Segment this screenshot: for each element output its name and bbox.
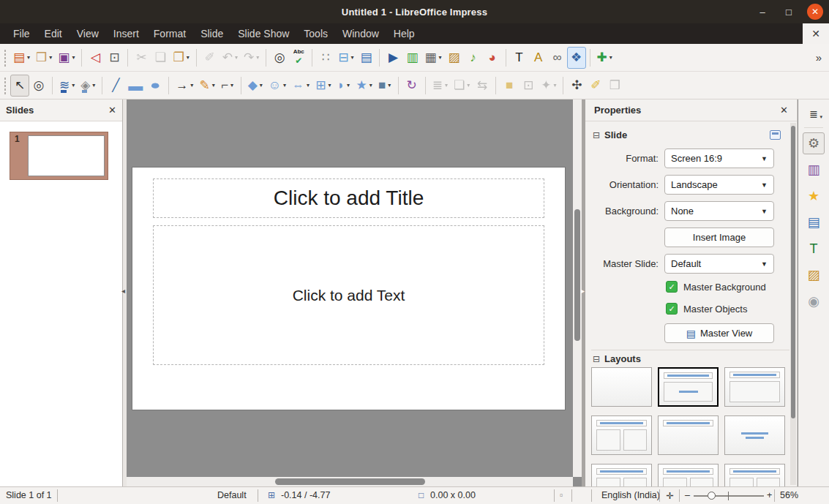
- dropdown-arrow-icon[interactable]: ▾: [235, 54, 238, 61]
- tab-properties-icon[interactable]: ⚙: [803, 132, 825, 154]
- rotate-icon[interactable]: ↻: [402, 75, 421, 97]
- insert-image-icon[interactable]: ▨: [445, 47, 464, 69]
- title-placeholder[interactable]: Click to add Title: [153, 178, 544, 218]
- menu-tools[interactable]: Tools: [296, 25, 335, 42]
- insert-chart-icon[interactable]: ◕: [483, 47, 502, 69]
- dropdown-arrow-icon[interactable]: ▾: [212, 82, 215, 89]
- toolbar-overflow-icon[interactable]: »: [816, 51, 826, 64]
- layout-title-only[interactable]: [658, 415, 719, 455]
- dropdown-arrow-icon[interactable]: ▾: [190, 82, 193, 89]
- tab-animation-icon[interactable]: ★: [803, 185, 825, 207]
- panel-scrollbar-thumb[interactable]: [791, 126, 795, 418]
- new-slide-icon[interactable]: ✚▾: [594, 47, 615, 69]
- dropdown-arrow-icon[interactable]: ▾: [347, 82, 350, 89]
- dropdown-arrow-icon[interactable]: ▾: [609, 54, 612, 61]
- insert-table-icon[interactable]: ▦▾: [421, 47, 444, 69]
- dropdown-arrow-icon[interactable]: ▾: [553, 82, 556, 89]
- find-replace-icon[interactable]: ◎: [270, 47, 289, 69]
- zoom-pan-icon[interactable]: ◎: [29, 75, 48, 97]
- zoom-slider-track[interactable]: [694, 495, 764, 497]
- spelling-icon[interactable]: Abc✔: [289, 47, 308, 69]
- master-background-checkbox[interactable]: ✓ Master Background: [666, 281, 766, 293]
- format-dropdown[interactable]: Screen 16:9 ▼: [664, 148, 774, 168]
- flowchart-shapes-icon[interactable]: ⊞▾: [312, 75, 334, 97]
- symbol-shapes-icon[interactable]: ☺▾: [266, 75, 289, 97]
- menu-window[interactable]: Window: [335, 25, 386, 42]
- vertical-scrollbar-thumb[interactable]: [574, 209, 580, 341]
- menu-view[interactable]: View: [70, 25, 106, 42]
- glue-points-icon[interactable]: ✐: [586, 75, 605, 97]
- dropdown-arrow-icon[interactable]: ▾: [72, 54, 75, 61]
- fit-slide-icon[interactable]: ✛: [666, 490, 673, 501]
- slide-thumbnail[interactable]: 1: [10, 132, 108, 180]
- language-status[interactable]: English (India): [601, 490, 660, 500]
- collapse-section-icon[interactable]: ⊟: [593, 130, 600, 140]
- dropdown-arrow-icon[interactable]: ▾: [350, 54, 353, 61]
- ellipse-icon[interactable]: ●: [146, 75, 165, 97]
- dropdown-arrow-icon[interactable]: ▾: [328, 82, 331, 89]
- shadow-icon[interactable]: ■: [500, 75, 519, 97]
- horizontal-scrollbar[interactable]: [127, 477, 573, 486]
- start-from-first-slide-icon[interactable]: ▶: [383, 47, 402, 69]
- layout-blank[interactable]: [591, 367, 652, 407]
- toolbar-grip[interactable]: [3, 76, 7, 95]
- dropdown-arrow-icon[interactable]: ▾: [467, 82, 470, 89]
- menu-slide-show[interactable]: Slide Show: [230, 25, 296, 42]
- basic-shapes-icon[interactable]: ◆▾: [245, 75, 266, 97]
- lines-and-arrows-icon[interactable]: →▾: [173, 75, 196, 97]
- dropdown-arrow-icon[interactable]: ▾: [27, 54, 30, 61]
- menu-slide[interactable]: Slide: [193, 25, 230, 42]
- display-views-icon[interactable]: ⊟▾: [335, 47, 356, 69]
- dropdown-arrow-icon[interactable]: ▾: [283, 82, 286, 89]
- presentation-minimizer-icon[interactable]: ▥: [402, 47, 421, 69]
- background-dropdown[interactable]: None ▼: [664, 201, 774, 221]
- tab-styles-icon[interactable]: T: [803, 238, 825, 260]
- export-pdf-icon[interactable]: ◁: [86, 47, 105, 69]
- show-draw-functions-icon[interactable]: ❖: [567, 47, 586, 69]
- slides-panel-close-icon[interactable]: ✕: [108, 105, 116, 116]
- properties-close-icon[interactable]: ✕: [780, 105, 788, 116]
- slide-page[interactable]: Click to add Title Click to add Text: [132, 167, 566, 410]
- insert-fontwork-icon[interactable]: A: [529, 47, 548, 69]
- menu-edit[interactable]: Edit: [37, 25, 70, 42]
- slide-section-header[interactable]: ⊟ Slide: [593, 129, 627, 140]
- collapse-left-panel-icon[interactable]: ◂: [121, 287, 125, 295]
- display-mode-icon[interactable]: ▤: [356, 47, 375, 69]
- dropdown-arrow-icon[interactable]: ▾: [370, 82, 372, 89]
- dropdown-arrow-icon[interactable]: ▾: [388, 82, 391, 89]
- line-color-icon[interactable]: ≋▾: [56, 75, 78, 97]
- dropdown-arrow-icon[interactable]: ▾: [260, 82, 263, 89]
- layout-centered-text[interactable]: [724, 415, 785, 455]
- open-icon[interactable]: ❒▾: [33, 47, 55, 69]
- master-objects-checkbox[interactable]: ✓ Master Objects: [666, 303, 747, 315]
- tab-navigator-icon[interactable]: ◉: [803, 290, 825, 312]
- 3d-objects-icon[interactable]: ■▾: [375, 75, 394, 97]
- dropdown-arrow-icon[interactable]: ▾: [256, 54, 259, 61]
- horizontal-scrollbar-thumb[interactable]: [275, 478, 425, 485]
- save-icon[interactable]: ▣▾: [55, 47, 78, 69]
- dropdown-arrow-icon[interactable]: ▾: [307, 82, 310, 89]
- checkbox-checked-icon[interactable]: ✓: [666, 303, 678, 315]
- insert-image-button[interactable]: Insert Image: [664, 227, 774, 247]
- block-arrows-icon[interactable]: ⇔▾: [289, 75, 312, 97]
- slide-style-status[interactable]: Default: [217, 490, 247, 500]
- zoom-slider-thumb[interactable]: [708, 492, 716, 500]
- zoom-level-status[interactable]: 56%: [780, 490, 798, 500]
- minimize-button[interactable]: –: [754, 4, 770, 20]
- curves-and-polygons-icon[interactable]: ✎▾: [196, 75, 217, 97]
- new-presentation-icon[interactable]: ▤▾: [10, 47, 33, 69]
- select-icon[interactable]: ↖: [10, 75, 29, 97]
- close-document-button[interactable]: ✕: [803, 23, 829, 44]
- rectangle-icon[interactable]: ▬: [125, 75, 146, 97]
- tab-master-slides-icon[interactable]: ▤: [803, 211, 825, 233]
- checkbox-checked-icon[interactable]: ✓: [666, 281, 678, 293]
- dropdown-arrow-icon[interactable]: ▾: [439, 54, 442, 61]
- menu-format[interactable]: Format: [146, 25, 193, 42]
- paste-icon[interactable]: ❐▾: [170, 47, 192, 69]
- display-grid-icon[interactable]: ∷: [316, 47, 335, 69]
- dropdown-arrow-icon[interactable]: ▾: [72, 82, 75, 89]
- zoom-in-button[interactable]: +: [767, 490, 772, 500]
- menu-file[interactable]: File: [6, 25, 37, 42]
- master-slide-dropdown[interactable]: Default ▼: [664, 254, 774, 274]
- zoom-out-button[interactable]: –: [685, 490, 690, 500]
